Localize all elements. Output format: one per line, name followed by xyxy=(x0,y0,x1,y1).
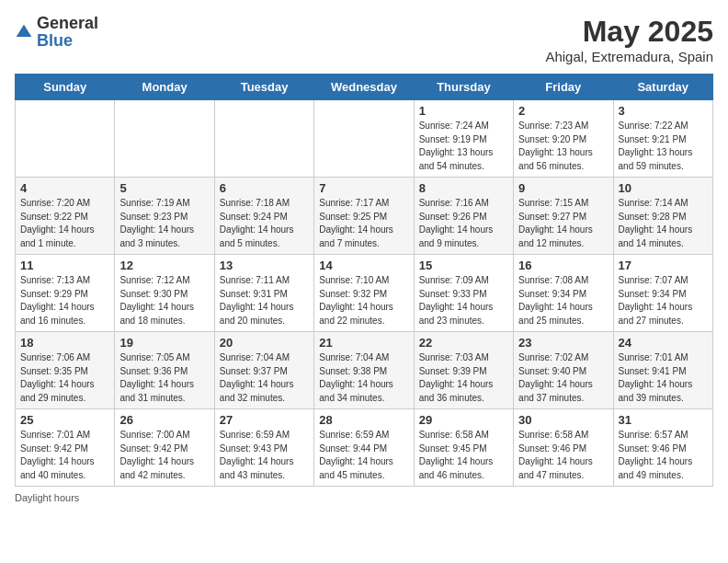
calendar-cell: 7Sunrise: 7:17 AM Sunset: 9:25 PM Daylig… xyxy=(314,178,414,255)
day-info: Sunrise: 7:20 AM Sunset: 9:22 PM Dayligh… xyxy=(20,197,109,250)
page-header: General Blue May 2025 Ahigal, Extremadur… xyxy=(15,15,713,64)
day-info: Sunrise: 7:19 AM Sunset: 9:23 PM Dayligh… xyxy=(119,197,209,250)
calendar-cell: 28Sunrise: 6:59 AM Sunset: 9:44 PM Dayli… xyxy=(314,409,414,487)
day-info: Sunrise: 7:11 AM Sunset: 9:31 PM Dayligh… xyxy=(220,274,309,327)
calendar-cell: 6Sunrise: 7:18 AM Sunset: 9:24 PM Daylig… xyxy=(214,178,313,255)
day-info: Sunrise: 6:57 AM Sunset: 9:46 PM Dayligh… xyxy=(619,429,708,482)
day-info: Sunrise: 7:01 AM Sunset: 9:42 PM Dayligh… xyxy=(20,429,109,482)
calendar-cell: 5Sunrise: 7:19 AM Sunset: 9:23 PM Daylig… xyxy=(115,178,214,255)
day-number: 6 xyxy=(220,181,309,195)
calendar-cell: 16Sunrise: 7:08 AM Sunset: 9:34 PM Dayli… xyxy=(514,255,613,332)
day-info: Sunrise: 7:17 AM Sunset: 9:25 PM Dayligh… xyxy=(319,197,408,250)
calendar-cell: 12Sunrise: 7:12 AM Sunset: 9:30 PM Dayli… xyxy=(115,255,214,332)
day-number: 7 xyxy=(319,181,408,195)
day-number: 28 xyxy=(319,413,408,427)
day-number: 17 xyxy=(619,259,708,272)
calendar-cell: 19Sunrise: 7:05 AM Sunset: 9:36 PM Dayli… xyxy=(115,332,214,409)
day-info: Sunrise: 6:58 AM Sunset: 9:46 PM Dayligh… xyxy=(518,429,608,482)
calendar-body: 1Sunrise: 7:24 AM Sunset: 9:19 PM Daylig… xyxy=(16,100,713,487)
dow-header-cell: Friday xyxy=(514,75,613,100)
day-number: 15 xyxy=(419,259,508,272)
calendar-cell: 1Sunrise: 7:24 AM Sunset: 9:19 PM Daylig… xyxy=(414,100,513,178)
day-info: Sunrise: 7:23 AM Sunset: 9:20 PM Dayligh… xyxy=(518,120,608,173)
logo-icon xyxy=(15,23,33,41)
calendar-cell: 18Sunrise: 7:06 AM Sunset: 9:35 PM Dayli… xyxy=(16,332,115,409)
footer-note: Daylight hours xyxy=(15,492,713,503)
location-title: Ahigal, Extremadura, Spain xyxy=(545,49,713,64)
day-info: Sunrise: 7:07 AM Sunset: 9:34 PM Dayligh… xyxy=(619,274,708,327)
day-info: Sunrise: 7:18 AM Sunset: 9:24 PM Dayligh… xyxy=(220,197,309,250)
day-number: 20 xyxy=(220,336,309,350)
day-info: Sunrise: 7:12 AM Sunset: 9:30 PM Dayligh… xyxy=(119,274,209,327)
day-number: 9 xyxy=(518,181,608,195)
day-number: 18 xyxy=(20,336,109,350)
calendar-cell xyxy=(115,100,214,178)
day-info: Sunrise: 7:04 AM Sunset: 9:38 PM Dayligh… xyxy=(319,351,408,405)
day-info: Sunrise: 7:13 AM Sunset: 9:29 PM Dayligh… xyxy=(20,274,109,327)
day-info: Sunrise: 7:00 AM Sunset: 9:42 PM Dayligh… xyxy=(119,429,209,482)
day-number: 19 xyxy=(119,336,209,350)
day-number: 22 xyxy=(419,336,508,350)
calendar-cell: 2Sunrise: 7:23 AM Sunset: 9:20 PM Daylig… xyxy=(514,100,613,178)
calendar-cell: 20Sunrise: 7:04 AM Sunset: 9:37 PM Dayli… xyxy=(214,332,313,409)
logo-text-blue: Blue xyxy=(37,31,73,50)
day-info: Sunrise: 7:01 AM Sunset: 9:41 PM Dayligh… xyxy=(619,351,708,405)
day-info: Sunrise: 7:14 AM Sunset: 9:28 PM Dayligh… xyxy=(619,197,708,250)
dow-header-cell: Thursday xyxy=(414,75,513,100)
day-number: 1 xyxy=(419,104,508,118)
calendar-cell: 30Sunrise: 6:58 AM Sunset: 9:46 PM Dayli… xyxy=(514,409,613,487)
calendar-table: SundayMondayTuesdayWednesdayThursdayFrid… xyxy=(15,74,713,487)
dow-header-cell: Monday xyxy=(115,75,214,100)
day-number: 2 xyxy=(518,104,608,118)
day-number: 23 xyxy=(518,336,608,350)
svg-marker-0 xyxy=(17,25,32,37)
dow-header-cell: Saturday xyxy=(613,75,712,100)
day-number: 3 xyxy=(619,104,708,118)
day-info: Sunrise: 6:59 AM Sunset: 9:43 PM Dayligh… xyxy=(220,429,309,482)
day-number: 4 xyxy=(20,181,109,195)
day-info: Sunrise: 7:16 AM Sunset: 9:26 PM Dayligh… xyxy=(419,197,508,250)
day-info: Sunrise: 6:58 AM Sunset: 9:45 PM Dayligh… xyxy=(419,429,508,482)
day-info: Sunrise: 6:59 AM Sunset: 9:44 PM Dayligh… xyxy=(319,429,408,482)
day-number: 13 xyxy=(220,259,309,272)
day-info: Sunrise: 7:05 AM Sunset: 9:36 PM Dayligh… xyxy=(119,351,209,405)
title-area: May 2025 Ahigal, Extremadura, Spain xyxy=(545,15,713,64)
logo: General Blue xyxy=(15,15,98,50)
calendar-cell: 11Sunrise: 7:13 AM Sunset: 9:29 PM Dayli… xyxy=(16,255,115,332)
calendar-cell: 13Sunrise: 7:11 AM Sunset: 9:31 PM Dayli… xyxy=(214,255,313,332)
day-number: 16 xyxy=(518,259,608,272)
day-number: 10 xyxy=(619,181,708,195)
calendar-cell: 3Sunrise: 7:22 AM Sunset: 9:21 PM Daylig… xyxy=(613,100,712,178)
day-info: Sunrise: 7:09 AM Sunset: 9:33 PM Dayligh… xyxy=(419,274,508,327)
calendar-cell: 10Sunrise: 7:14 AM Sunset: 9:28 PM Dayli… xyxy=(613,178,712,255)
calendar-week: 11Sunrise: 7:13 AM Sunset: 9:29 PM Dayli… xyxy=(16,255,713,332)
day-number: 30 xyxy=(518,413,608,427)
day-info: Sunrise: 7:06 AM Sunset: 9:35 PM Dayligh… xyxy=(20,351,109,405)
month-title: May 2025 xyxy=(545,15,713,49)
calendar-cell xyxy=(16,100,115,178)
day-number: 8 xyxy=(419,181,508,195)
day-info: Sunrise: 7:22 AM Sunset: 9:21 PM Dayligh… xyxy=(619,120,708,173)
day-number: 25 xyxy=(20,413,109,427)
calendar-cell: 26Sunrise: 7:00 AM Sunset: 9:42 PM Dayli… xyxy=(115,409,214,487)
day-info: Sunrise: 7:03 AM Sunset: 9:39 PM Dayligh… xyxy=(419,351,508,405)
day-info: Sunrise: 7:10 AM Sunset: 9:32 PM Dayligh… xyxy=(319,274,408,327)
calendar-cell xyxy=(314,100,414,178)
day-info: Sunrise: 7:15 AM Sunset: 9:27 PM Dayligh… xyxy=(518,197,608,250)
day-number: 5 xyxy=(119,181,209,195)
calendar-cell: 21Sunrise: 7:04 AM Sunset: 9:38 PM Dayli… xyxy=(314,332,414,409)
calendar-cell: 4Sunrise: 7:20 AM Sunset: 9:22 PM Daylig… xyxy=(16,178,115,255)
calendar-week: 25Sunrise: 7:01 AM Sunset: 9:42 PM Dayli… xyxy=(16,409,713,487)
calendar-cell: 8Sunrise: 7:16 AM Sunset: 9:26 PM Daylig… xyxy=(414,178,513,255)
calendar-week: 18Sunrise: 7:06 AM Sunset: 9:35 PM Dayli… xyxy=(16,332,713,409)
calendar-cell: 9Sunrise: 7:15 AM Sunset: 9:27 PM Daylig… xyxy=(514,178,613,255)
dow-header-cell: Sunday xyxy=(16,75,115,100)
day-number: 31 xyxy=(619,413,708,427)
calendar-cell: 24Sunrise: 7:01 AM Sunset: 9:41 PM Dayli… xyxy=(613,332,712,409)
calendar-week: 1Sunrise: 7:24 AM Sunset: 9:19 PM Daylig… xyxy=(16,100,713,178)
calendar-cell: 31Sunrise: 6:57 AM Sunset: 9:46 PM Dayli… xyxy=(613,409,712,487)
calendar-cell: 25Sunrise: 7:01 AM Sunset: 9:42 PM Dayli… xyxy=(16,409,115,487)
day-number: 29 xyxy=(419,413,508,427)
calendar-cell: 27Sunrise: 6:59 AM Sunset: 9:43 PM Dayli… xyxy=(214,409,313,487)
day-info: Sunrise: 7:04 AM Sunset: 9:37 PM Dayligh… xyxy=(220,351,309,405)
